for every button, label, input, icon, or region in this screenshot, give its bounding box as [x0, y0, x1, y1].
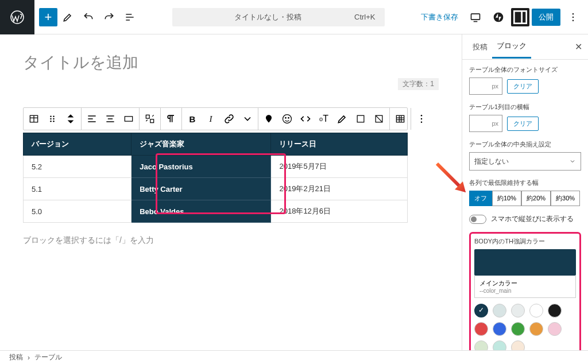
table-row: 5.0 Bebo Valdes 2018年12月6日 — [24, 200, 408, 223]
edit-mode-icon[interactable] — [57, 7, 78, 28]
wp-logo[interactable] — [0, 0, 34, 34]
min-width-option[interactable]: 約20% — [521, 191, 551, 206]
table-cell[interactable]: 5.1 — [24, 178, 131, 200]
undo-icon[interactable] — [78, 7, 99, 28]
align-select[interactable]: 指定しない — [469, 152, 581, 171]
svg-point-6 — [572, 20, 574, 21]
svg-point-5 — [572, 16, 574, 18]
table-cell[interactable]: 5.0 — [24, 200, 131, 223]
panel-label: 各列で最低限維持する幅 — [469, 179, 581, 187]
table-block-icon[interactable] — [25, 109, 43, 129]
more-options-icon[interactable] — [563, 7, 583, 28]
annotation-arrow — [434, 161, 469, 195]
table-cell[interactable]: 2018年12月6日 — [271, 200, 408, 223]
color-swatch[interactable] — [511, 340, 525, 350]
svg-point-24 — [421, 118, 423, 120]
save-draft-link[interactable]: 下書き保存 — [416, 12, 463, 22]
table-edit-icon[interactable] — [391, 109, 409, 129]
min-width-option[interactable]: オフ — [469, 191, 492, 206]
table-header[interactable]: ジャズ音楽家 — [131, 133, 271, 156]
highlight-icon[interactable] — [333, 109, 351, 129]
table-cell[interactable]: 2019年5月7日 — [271, 156, 408, 178]
min-width-option[interactable]: 約30% — [551, 191, 580, 206]
color-swatch[interactable] — [511, 322, 525, 336]
chevron-down-icon[interactable] — [238, 109, 257, 129]
add-block-button[interactable]: + — [39, 8, 57, 26]
font-size-input[interactable]: px — [469, 78, 502, 95]
svg-point-12 — [50, 121, 52, 122]
preview-icon[interactable] — [465, 7, 486, 28]
panel-label: テーブル1列目の横幅 — [469, 103, 581, 111]
color-swatch[interactable] — [548, 304, 562, 317]
paragraph-icon[interactable] — [162, 109, 180, 129]
color-swatch[interactable] — [493, 304, 506, 317]
table-cell[interactable]: 5.2 — [24, 156, 131, 178]
post-title-input[interactable]: タイトルを追加 — [23, 52, 439, 73]
bold-icon[interactable]: B — [183, 109, 202, 129]
emoji-icon[interactable] — [278, 109, 296, 129]
character-count: 文字数：1 — [398, 78, 439, 90]
data-table[interactable]: バージョン ジャズ音楽家 リリース日 5.2 Jaco Pastorius 20… — [23, 133, 408, 223]
svg-point-9 — [53, 116, 55, 118]
publish-button[interactable]: 公開 — [532, 9, 560, 26]
color-swatch[interactable] — [474, 304, 488, 317]
color-swatch[interactable] — [493, 340, 506, 350]
table-row: 5.2 Jaco Pastorius 2019年5月7日 — [24, 156, 408, 178]
cell-settings-icon[interactable] — [141, 109, 159, 129]
tab-block[interactable]: ブロック — [492, 35, 531, 59]
drag-handle-icon[interactable] — [43, 109, 61, 129]
redo-icon[interactable] — [99, 7, 119, 28]
box-icon[interactable] — [351, 109, 370, 129]
color-swatch[interactable] — [474, 322, 488, 336]
block-inserter-prompt[interactable]: ブロックを選択するには「/」を入力 — [23, 235, 439, 246]
close-sidebar-icon[interactable]: ✕ — [575, 41, 582, 52]
color-swatch[interactable] — [474, 340, 488, 350]
min-width-option[interactable]: 約10% — [492, 191, 521, 206]
table-cell[interactable]: 2019年2月21日 — [271, 178, 408, 200]
settings-panel-toggle[interactable] — [511, 8, 529, 26]
color-swatch[interactable] — [529, 322, 543, 336]
svg-rect-16 — [150, 119, 154, 123]
color-swatch[interactable] — [511, 304, 525, 317]
table-header[interactable]: リリース日 — [271, 133, 408, 156]
svg-rect-1 — [471, 14, 480, 20]
table-cell[interactable]: Bebo Valdes — [131, 200, 271, 223]
align-full-icon[interactable] — [119, 109, 138, 129]
svg-point-18 — [285, 118, 287, 119]
block-editor-canvas[interactable]: タイトルを追加 文字数：1 B I — [0, 34, 462, 350]
align-center-icon[interactable] — [101, 109, 119, 129]
svg-rect-22 — [396, 115, 404, 122]
link-icon[interactable] — [220, 109, 238, 129]
breadcrumb-item[interactable]: テーブル — [34, 353, 62, 362]
text-size-icon[interactable]: oT — [315, 109, 333, 129]
italic-icon[interactable]: I — [202, 109, 220, 129]
breadcrumb-separator: › — [28, 354, 30, 362]
table-cell[interactable]: Betty Carter — [131, 178, 271, 200]
custom-icon-1[interactable] — [260, 109, 278, 129]
table-header[interactable]: バージョン — [24, 133, 131, 156]
color-swatch[interactable] — [493, 322, 506, 336]
toggle-label: スマホで縦並びに表示する — [491, 214, 574, 224]
svg-point-25 — [421, 122, 423, 123]
document-outline-icon[interactable] — [119, 7, 140, 28]
svg-point-10 — [50, 118, 52, 120]
tab-post[interactable]: 投稿 — [468, 36, 492, 58]
clear-button[interactable]: クリア — [507, 79, 539, 94]
document-title-bar[interactable]: タイトルなし・投稿 Ctrl+K — [140, 8, 416, 26]
breadcrumb-item[interactable]: 投稿 — [9, 353, 23, 362]
more-icon[interactable] — [412, 109, 431, 129]
vertical-stack-toggle[interactable] — [469, 215, 486, 224]
color-swatch[interactable] — [548, 322, 562, 336]
background-icon[interactable] — [370, 109, 388, 129]
color-swatch[interactable] — [529, 304, 543, 317]
move-up-down-icon[interactable] — [61, 109, 80, 129]
svg-point-8 — [50, 116, 52, 118]
color-preview[interactable] — [474, 249, 576, 276]
jetpack-icon[interactable] — [488, 7, 509, 28]
align-left-icon[interactable] — [83, 109, 101, 129]
table-cell[interactable]: Jaco Pastorius — [131, 156, 271, 178]
col-width-input[interactable]: px — [469, 115, 502, 132]
clear-button[interactable]: クリア — [507, 117, 539, 131]
code-icon[interactable] — [296, 109, 315, 129]
panel-label: テーブル全体の中央揃え設定 — [469, 140, 581, 149]
